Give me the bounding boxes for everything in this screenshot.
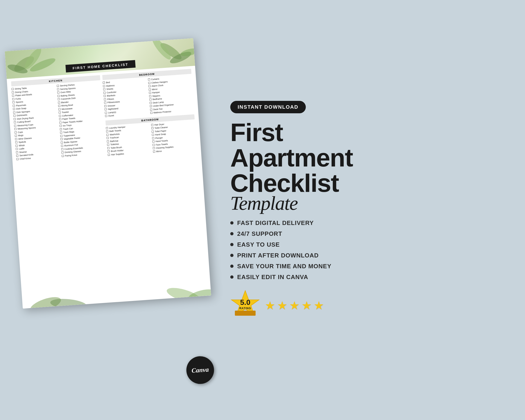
checkbox[interactable] [14, 125, 16, 127]
checkbox[interactable] [108, 150, 110, 152]
checkbox[interactable] [16, 148, 18, 150]
checkbox[interactable] [61, 145, 63, 147]
checkbox[interactable] [107, 147, 110, 149]
star-3: ★ [289, 299, 300, 312]
checkbox[interactable] [58, 101, 60, 104]
checkbox[interactable] [57, 88, 59, 91]
checkbox[interactable] [57, 95, 60, 97]
checkbox[interactable] [103, 91, 106, 94]
checkbox[interactable] [107, 137, 109, 139]
checkbox[interactable] [148, 78, 150, 81]
checkbox[interactable] [14, 121, 16, 123]
bullet-icon [230, 232, 234, 235]
checkbox[interactable] [149, 98, 151, 101]
checkbox[interactable] [15, 134, 17, 137]
checkbox[interactable] [57, 91, 59, 94]
checkbox[interactable] [152, 137, 154, 139]
checkbox[interactable] [61, 141, 63, 144]
feature-label: EASY TO USE [237, 241, 280, 248]
feature-item-4: PRINT AFTER DOWNLOAD [230, 252, 516, 259]
checkbox[interactable] [60, 135, 62, 137]
rating-label: RATING [239, 307, 251, 310]
checkbox[interactable] [150, 112, 152, 114]
checkbox[interactable] [104, 102, 106, 104]
rating-score: 5.0 [239, 299, 251, 306]
checkbox[interactable] [12, 101, 15, 104]
checkbox[interactable] [59, 115, 61, 117]
checkbox[interactable] [107, 140, 109, 142]
checkbox[interactable] [151, 130, 154, 133]
checkbox[interactable] [149, 92, 151, 94]
checkbox[interactable] [104, 108, 107, 111]
checkbox[interactable] [107, 143, 109, 146]
checkbox[interactable] [12, 95, 14, 97]
checkbox[interactable] [105, 115, 107, 117]
feature-item-6: EASILY EDIT IN CANVA [230, 274, 516, 281]
checkbox[interactable] [57, 98, 60, 100]
checkbox[interactable] [151, 124, 153, 126]
checkbox[interactable] [61, 148, 63, 150]
star-4: ★ [301, 299, 312, 312]
checkbox[interactable] [16, 151, 18, 154]
checkbox[interactable] [14, 118, 16, 120]
checkbox[interactable] [16, 158, 19, 160]
bullet-icon [230, 265, 234, 268]
checkbox[interactable] [60, 138, 63, 140]
kitchen-section: KITCHEN Dining Table Dining Chairs Plate… [11, 75, 106, 163]
canva-badge: Canva [185, 355, 215, 385]
checkbox[interactable] [13, 108, 15, 110]
checkbox[interactable] [61, 151, 64, 154]
checkbox[interactable] [148, 85, 150, 87]
checkbox[interactable] [105, 112, 107, 114]
checkbox[interactable] [13, 114, 16, 117]
checkbox[interactable] [15, 145, 18, 147]
checkbox[interactable] [103, 88, 105, 91]
checkbox[interactable] [15, 141, 18, 143]
checkbox[interactable] [57, 85, 59, 87]
checkbox[interactable] [152, 144, 155, 146]
checkbox[interactable] [13, 104, 15, 107]
checkbox[interactable] [153, 147, 155, 149]
checkbox[interactable] [106, 134, 109, 136]
checkbox[interactable] [15, 138, 17, 140]
checkbox[interactable] [12, 98, 15, 100]
checkbox[interactable] [151, 127, 154, 129]
checkbox[interactable] [106, 130, 108, 133]
feature-item-2: 24/7 SUPPORT [230, 230, 516, 237]
checkbox[interactable] [12, 91, 14, 93]
checkbox[interactable] [13, 111, 15, 113]
checkbox[interactable] [148, 82, 150, 84]
checkbox[interactable] [60, 128, 62, 130]
checkbox[interactable] [149, 95, 151, 97]
checkbox[interactable] [108, 154, 110, 156]
checkbox[interactable] [150, 102, 152, 104]
checkbox[interactable] [150, 105, 152, 107]
checkbox[interactable] [58, 112, 61, 114]
checkbox[interactable] [103, 85, 105, 87]
checkbox[interactable] [103, 82, 105, 84]
checkbox[interactable] [11, 88, 14, 90]
checkbox[interactable] [15, 131, 17, 134]
checkbox[interactable] [59, 121, 61, 124]
checkbox[interactable] [104, 95, 106, 97]
checkbox[interactable] [14, 128, 17, 130]
bullet-icon [230, 221, 234, 224]
checkbox[interactable] [104, 98, 106, 100]
checkbox[interactable] [104, 105, 107, 107]
checkbox[interactable] [60, 131, 62, 134]
checkbox[interactable] [59, 118, 61, 121]
svg-point-11 [188, 287, 211, 303]
checkbox[interactable] [153, 150, 155, 153]
checkbox[interactable] [106, 127, 108, 129]
checkbox[interactable] [58, 108, 61, 110]
checkbox[interactable] [150, 108, 152, 111]
checkbox[interactable] [152, 140, 155, 143]
checkbox[interactable] [58, 105, 60, 107]
checkbox[interactable] [59, 125, 62, 127]
kitchen-cols: Dining Table Dining Chairs Plates and Bo… [11, 82, 105, 161]
checkbox[interactable] [61, 155, 64, 157]
checkbox[interactable] [152, 134, 154, 136]
bedroom-col2: Curtains Clothes Hangers Alarm Clock Mir… [148, 75, 194, 115]
checkbox[interactable] [149, 88, 151, 91]
checkbox[interactable] [16, 155, 19, 157]
